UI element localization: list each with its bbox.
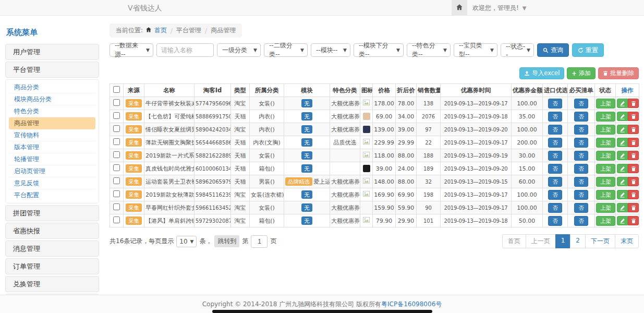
row-checkbox[interactable] bbox=[113, 138, 120, 145]
status-badge[interactable]: 上架 bbox=[596, 99, 615, 109]
module-select[interactable]: --模块--▼ bbox=[311, 43, 350, 57]
sidebar-panel-platform-management[interactable]: 平台管理 bbox=[5, 62, 99, 78]
must-buy-toggle[interactable]: 否 bbox=[574, 164, 588, 174]
submenu-item[interactable]: 意见反馈 bbox=[9, 177, 95, 189]
status-badge[interactable]: 上架 bbox=[596, 125, 615, 135]
submenu-item[interactable]: 启动页管理 bbox=[9, 165, 95, 177]
status-badge[interactable]: 上架 bbox=[596, 112, 615, 122]
page-button[interactable]: 末页 bbox=[615, 234, 639, 248]
must-buy-toggle[interactable]: 否 bbox=[574, 138, 588, 148]
must-buy-toggle[interactable]: 否 bbox=[574, 203, 588, 213]
status-badge[interactable]: 上架 bbox=[596, 203, 615, 213]
must-buy-toggle[interactable]: 否 bbox=[574, 177, 588, 187]
jump-to-button[interactable]: 跳转到 bbox=[214, 235, 239, 247]
module-subcategory-select[interactable]: --模块下分类--▼ bbox=[354, 43, 404, 57]
per-page-select[interactable]: 10 ▼ bbox=[176, 236, 197, 247]
must-buy-toggle[interactable]: 否 bbox=[574, 216, 588, 226]
sidebar-panel[interactable]: 兑换管理 bbox=[5, 276, 99, 292]
import-select-toggle[interactable]: 否 bbox=[548, 203, 562, 213]
import-select-toggle[interactable]: 否 bbox=[548, 164, 562, 174]
reset-button[interactable]: 重置 bbox=[572, 43, 604, 57]
delete-button[interactable] bbox=[628, 164, 639, 173]
must-buy-toggle[interactable]: 否 bbox=[574, 190, 588, 200]
status-badge[interactable]: 上架 bbox=[596, 138, 615, 148]
import-select-toggle[interactable]: 否 bbox=[548, 177, 562, 187]
submenu-item[interactable]: 版本管理 bbox=[9, 141, 95, 153]
status-badge[interactable]: 上架 bbox=[596, 190, 615, 200]
edit-button[interactable] bbox=[617, 99, 628, 108]
row-checkbox[interactable] bbox=[113, 164, 120, 171]
level1-category-select[interactable]: 一级分类▼ bbox=[217, 43, 261, 57]
edit-button[interactable] bbox=[617, 216, 628, 225]
sidebar-panel[interactable]: 拼团管理 bbox=[5, 205, 99, 221]
item-type-select[interactable]: --宝贝类型--▼ bbox=[454, 43, 497, 57]
status-badge[interactable]: 上架 bbox=[596, 216, 615, 226]
import-select-toggle[interactable]: 否 bbox=[548, 151, 562, 161]
import-select-toggle[interactable]: 否 bbox=[548, 138, 562, 148]
must-buy-toggle[interactable]: 否 bbox=[574, 99, 588, 109]
delete-button[interactable] bbox=[628, 99, 639, 108]
delete-button[interactable] bbox=[628, 112, 639, 121]
import-select-toggle[interactable]: 否 bbox=[548, 99, 562, 109]
row-checkbox[interactable] bbox=[113, 203, 120, 210]
row-checkbox[interactable] bbox=[113, 177, 120, 184]
edit-button[interactable] bbox=[617, 177, 628, 186]
select-all-checkbox[interactable] bbox=[113, 86, 120, 93]
add-button[interactable]: + 添加 bbox=[567, 67, 596, 79]
edit-button[interactable] bbox=[617, 203, 628, 212]
import-select-toggle[interactable]: 否 bbox=[548, 190, 562, 200]
delete-button[interactable] bbox=[628, 151, 639, 160]
row-checkbox[interactable] bbox=[113, 112, 120, 119]
status-badge[interactable]: 上架 bbox=[596, 151, 615, 161]
edit-button[interactable] bbox=[617, 125, 628, 134]
search-button[interactable]: 查询 bbox=[537, 43, 569, 57]
status-badge[interactable]: 上架 bbox=[596, 164, 615, 174]
data-source-select[interactable]: --数据来源--▼ bbox=[110, 43, 153, 57]
sidebar-panel[interactable]: 省惠快报 bbox=[5, 223, 99, 239]
import-select-toggle[interactable]: 否 bbox=[548, 112, 562, 122]
breadcrumb-home-link[interactable]: 首页 bbox=[154, 26, 167, 35]
sidebar-panel-user-management[interactable]: 用户管理 bbox=[5, 44, 99, 60]
import-excel-button[interactable]: 导入excel bbox=[519, 67, 564, 79]
breadcrumb-item-platform[interactable]: 平台管理 bbox=[176, 26, 201, 35]
row-checkbox[interactable] bbox=[113, 216, 120, 223]
icp-link[interactable]: 粤ICP备16098006号 bbox=[381, 300, 442, 309]
sidebar-panel[interactable]: 订单管理 bbox=[5, 258, 99, 274]
page-button[interactable]: 下一页 bbox=[585, 234, 615, 248]
row-checkbox[interactable] bbox=[113, 151, 120, 158]
submenu-item[interactable]: 宣传物料 bbox=[9, 129, 95, 141]
delete-button[interactable] bbox=[628, 138, 639, 147]
delete-button[interactable] bbox=[628, 190, 639, 199]
row-checkbox[interactable] bbox=[113, 190, 120, 197]
edit-button[interactable] bbox=[617, 164, 628, 173]
page-button[interactable]: 2 bbox=[570, 234, 586, 248]
import-select-toggle[interactable]: 否 bbox=[548, 125, 562, 135]
delete-button[interactable] bbox=[628, 177, 639, 186]
user-menu[interactable]: 欢迎您，管理员! ▼ bbox=[472, 0, 526, 16]
delete-button[interactable] bbox=[628, 203, 639, 212]
page-number-input[interactable] bbox=[251, 235, 268, 248]
name-search-input[interactable] bbox=[156, 43, 214, 57]
must-buy-toggle[interactable]: 否 bbox=[574, 112, 588, 122]
home-button[interactable] bbox=[452, 0, 467, 16]
delete-button[interactable] bbox=[628, 125, 639, 134]
delete-button[interactable] bbox=[628, 216, 639, 225]
edit-button[interactable] bbox=[617, 138, 628, 147]
edit-button[interactable] bbox=[617, 112, 628, 121]
batch-delete-button[interactable]: 批量删除 bbox=[598, 67, 639, 79]
sidebar-panel[interactable]: 消息管理 bbox=[5, 240, 99, 257]
submenu-item[interactable]: 商品分类 bbox=[9, 81, 95, 93]
edit-button[interactable] bbox=[617, 151, 628, 160]
submenu-item[interactable]: 平台配置 bbox=[9, 189, 95, 201]
page-button[interactable]: 1 bbox=[555, 234, 571, 248]
status-select[interactable]: --状态--▼ bbox=[501, 43, 534, 57]
feature-category-select[interactable]: --特色分类--▼ bbox=[407, 43, 451, 57]
import-select-toggle[interactable]: 否 bbox=[548, 216, 562, 226]
submenu-item[interactable]: 轮播管理 bbox=[9, 153, 95, 165]
must-buy-toggle[interactable]: 否 bbox=[574, 125, 588, 135]
submenu-item[interactable]: 模块商品分类 bbox=[9, 93, 95, 105]
must-buy-toggle[interactable]: 否 bbox=[574, 151, 588, 161]
status-badge[interactable]: 上架 bbox=[596, 177, 615, 187]
submenu-item[interactable]: 特色分类 bbox=[9, 105, 95, 117]
row-checkbox[interactable] bbox=[113, 125, 120, 132]
